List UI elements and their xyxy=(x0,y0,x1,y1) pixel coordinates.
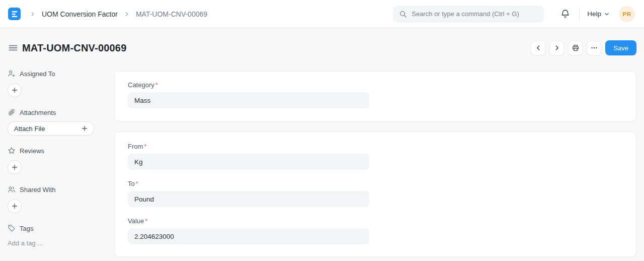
sidebar-toggle-button[interactable] xyxy=(8,42,18,54)
assigned-to-label: Assigned To xyxy=(20,70,55,78)
breadcrumb-document[interactable]: MAT-UOM-CNV-00069 xyxy=(136,10,207,18)
conversion-value-input[interactable] xyxy=(128,228,369,244)
required-asterisk: * xyxy=(144,143,146,150)
content-area: Assigned To Attachments Attach File Revi… xyxy=(0,68,644,257)
shared-with-section-label: Shared With xyxy=(8,185,106,193)
chevron-right-icon xyxy=(553,44,561,52)
users-icon xyxy=(8,185,16,193)
attachments-label: Attachments xyxy=(20,109,56,116)
next-document-button[interactable] xyxy=(549,41,564,55)
breadcrumb-chevron-icon xyxy=(29,11,36,18)
page-actions: Save xyxy=(531,40,636,55)
app-logo[interactable] xyxy=(8,8,21,20)
print-button[interactable] xyxy=(568,41,583,55)
reviews-label: Reviews xyxy=(20,147,44,155)
page-header: MAT-UOM-CNV-00069 Save xyxy=(0,28,644,68)
plus-icon xyxy=(11,203,18,210)
tags-section-label: Tags xyxy=(8,224,106,232)
help-label: Help xyxy=(587,10,601,18)
breadcrumb-doctype[interactable]: UOM Conversion Factor xyxy=(42,10,118,18)
avatar-initials: PR xyxy=(623,11,631,17)
category-field: Category* xyxy=(128,81,623,108)
add-share-button[interactable] xyxy=(8,199,22,213)
notifications-button[interactable] xyxy=(559,8,571,20)
plus-icon xyxy=(11,87,18,94)
star-icon xyxy=(8,147,16,155)
add-review-button[interactable] xyxy=(8,160,22,174)
from-field-label: From* xyxy=(128,143,623,150)
attach-file-label: Attach File xyxy=(14,125,45,133)
assign-user-icon xyxy=(8,70,16,78)
page-title: MAT-UOM-CNV-00069 xyxy=(22,42,127,54)
assigned-to-section-label: Assigned To xyxy=(8,70,106,78)
required-asterisk: * xyxy=(155,81,158,89)
search-input[interactable] xyxy=(412,10,538,18)
category-input[interactable] xyxy=(128,92,369,108)
add-tag-input[interactable]: Add a tag ... xyxy=(8,239,106,247)
reviews-section-label: Reviews xyxy=(8,147,106,155)
user-avatar[interactable]: PR xyxy=(619,6,635,22)
form-section-conversion: From* To* Value* xyxy=(114,132,636,257)
attach-file-button[interactable]: Attach File xyxy=(8,121,94,136)
required-asterisk: * xyxy=(136,180,138,187)
required-asterisk: * xyxy=(145,217,147,225)
hamburger-menu-icon xyxy=(8,43,18,53)
value-field-label: Value* xyxy=(128,217,623,225)
prev-document-button[interactable] xyxy=(531,41,545,55)
category-field-label: Category* xyxy=(128,81,623,89)
navbar: UOM Conversion Factor MAT-UOM-CNV-00069 … xyxy=(0,0,644,28)
global-search[interactable] xyxy=(393,6,544,23)
ellipsis-icon xyxy=(590,44,598,52)
tag-icon xyxy=(8,224,16,232)
form-section-category: Category* xyxy=(114,71,636,121)
save-button[interactable]: Save xyxy=(605,40,636,55)
paperclip-icon xyxy=(8,108,16,116)
plus-icon xyxy=(11,164,18,171)
menu-dots-button[interactable] xyxy=(587,41,601,55)
to-field: To* xyxy=(128,180,623,207)
breadcrumb-chevron-icon xyxy=(123,11,130,18)
to-uom-input[interactable] xyxy=(128,191,369,207)
chevron-down-icon xyxy=(604,12,609,17)
form-sidebar: Assigned To Attachments Attach File Revi… xyxy=(0,68,114,247)
tags-label: Tags xyxy=(20,225,33,232)
attachments-section-label: Attachments xyxy=(8,108,106,116)
chevron-left-icon xyxy=(534,44,542,52)
from-field: From* xyxy=(128,143,623,170)
printer-icon xyxy=(572,44,580,52)
form-body: Category* From* To* Value* xyxy=(114,68,644,257)
shared-with-label: Shared With xyxy=(20,186,56,193)
from-uom-input[interactable] xyxy=(128,154,369,170)
to-field-label: To* xyxy=(128,180,623,187)
navbar-divider xyxy=(579,8,580,21)
bell-icon xyxy=(560,9,570,19)
value-field: Value* xyxy=(128,217,623,244)
plus-icon xyxy=(81,125,88,132)
help-dropdown[interactable]: Help xyxy=(587,10,609,18)
erpnext-logo-icon xyxy=(9,8,21,20)
search-icon xyxy=(399,10,407,18)
add-assignment-button[interactable] xyxy=(8,83,22,97)
